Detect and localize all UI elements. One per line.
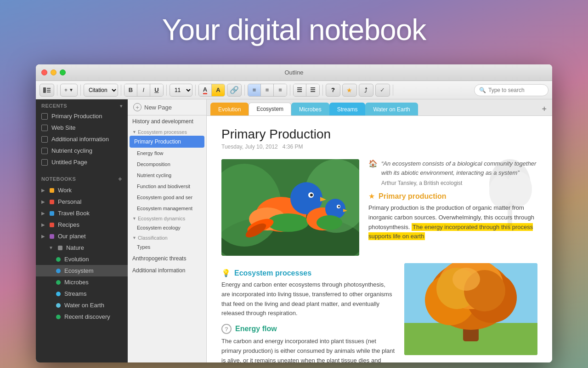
outline-item-primary-production[interactable]: Primary Production (130, 136, 204, 148)
notebook-label: Microbes (64, 279, 89, 286)
notebook-label: Work (58, 187, 72, 194)
tree-photo (404, 263, 537, 355)
outline-item-additional-info[interactable]: Additional information (128, 264, 206, 276)
tab-evolution[interactable]: Evolution (210, 103, 249, 115)
titlebar: Outline (36, 64, 552, 81)
outline-item-ecosystem-goods[interactable]: Ecosystem good and ser (128, 192, 206, 203)
notebook-color-dot (56, 269, 61, 273)
outline-item-function-biodiversity[interactable]: Function and biodiversit (128, 181, 206, 192)
align-left-button[interactable]: ≡ (248, 84, 261, 96)
sidebar-item-web-site[interactable]: Web Site (36, 122, 128, 133)
underline-button[interactable]: U (150, 84, 163, 96)
outline-item-ecosystem-management[interactable]: Ecosystem management (128, 203, 206, 214)
sidebar-item-evolution[interactable]: Evolution (36, 253, 128, 265)
bird-image (221, 159, 359, 256)
notebooks-header: NOTEBOOKS + (36, 172, 128, 184)
page-title-area: Primary Production Tuesday, July 10, 201… (221, 127, 537, 150)
notebook-our-planet[interactable]: ▶ Our planet (36, 230, 128, 242)
notebook-nature[interactable]: ▼ Nature (36, 242, 128, 253)
search-box[interactable]: 🔍 (474, 84, 548, 96)
add-tab-button[interactable]: + (536, 103, 552, 115)
align-right-button[interactable]: ≡ (274, 84, 287, 96)
check-button[interactable]: ✓ (375, 84, 390, 97)
add-button[interactable]: + ▼ (60, 84, 78, 97)
svg-point-19 (317, 215, 342, 230)
outline-group-classification[interactable]: ▼ Classification (128, 233, 206, 242)
sidebar-item-additional-info[interactable]: Additional information (36, 133, 128, 145)
share-button[interactable]: ⤴ (359, 84, 373, 97)
bullet-list-button[interactable]: ☰ (294, 84, 306, 96)
page-icon (41, 113, 48, 120)
font-size-select[interactable]: 11 (170, 84, 192, 97)
notebook-label: Water on Earth (64, 302, 104, 309)
outline-item-types[interactable]: Types (128, 242, 206, 253)
notebook-label: Recipes (58, 221, 79, 228)
minimize-button[interactable] (51, 69, 57, 75)
maximize-button[interactable] (60, 69, 66, 75)
font-select[interactable]: Citation (84, 84, 118, 97)
bold-button[interactable]: B (124, 84, 137, 96)
new-page-button[interactable]: + New Page (128, 99, 206, 115)
new-page-label: New Page (144, 104, 172, 111)
main-area: RECENTS ▾ Primary Production Web Site Ad… (36, 99, 552, 362)
page-date: Tuesday, July 10, 2012 4:36 PM (221, 144, 537, 150)
highlight-color-button[interactable]: A (212, 84, 225, 96)
sidebar-item-streams[interactable]: Streams (36, 288, 128, 299)
outline-item-history[interactable]: History and development (128, 115, 206, 127)
sidebar-item-ecosystem[interactable]: Ecosystem (36, 265, 128, 276)
notebook-recipes[interactable]: ▶ Recipes (36, 219, 128, 230)
add-notebook-button[interactable]: + (118, 175, 122, 183)
sidebar-toggle-button[interactable] (40, 84, 54, 97)
outline-panel: + New Page History and development ▼ Eco… (128, 99, 207, 362)
expand-icon: ▶ (41, 234, 45, 239)
bird-image-container (221, 159, 359, 256)
close-button[interactable] (41, 69, 47, 75)
quote-area: 🏠 “An ecosystem consists of a biological… (368, 159, 537, 256)
recents-chevron-icon[interactable]: ▾ (120, 104, 123, 109)
add-dropdown-arrow: ▼ (69, 87, 74, 92)
expand-icon: ▶ (41, 222, 45, 227)
search-input[interactable] (488, 87, 543, 93)
outline-group-ecosystem-dynamics[interactable]: ▼ Ecosystem dynamics (128, 214, 206, 222)
outline-item-nutrient-cycling[interactable]: Nutrient cycling (128, 170, 206, 181)
notebook-label: Ecosystem (64, 267, 94, 274)
sidebar-item-recent-discovery[interactable]: Recent discovery (36, 311, 128, 322)
notebook-travel[interactable]: ▶ Travel Book (36, 207, 128, 219)
sections-column: 💡 Ecosystem processes Energy and carbon … (221, 263, 395, 362)
toolbar: + ▼ Citation B I U 11 A A 🔗 ≡ (36, 81, 552, 99)
sidebar-item-nutrient-cycling[interactable]: Nutrient cycling (36, 145, 128, 156)
align-center-button[interactable]: ≡ (261, 84, 274, 96)
notebook-personal[interactable]: ▶ Personal (36, 196, 128, 207)
chevron-down-icon: ▼ (132, 216, 136, 221)
help-button[interactable]: ? (326, 84, 340, 97)
svg-point-36 (452, 268, 480, 291)
section1-title: Primary production (379, 192, 447, 201)
tab-streams[interactable]: Streams (329, 103, 366, 115)
sidebar-item-untitled[interactable]: Untitled Page (36, 156, 128, 168)
outline-item-decomposition[interactable]: Decomposition (128, 159, 206, 170)
notebook-color-dot (50, 234, 54, 239)
notebook-color-dot (50, 211, 54, 216)
notebook-label: Evolution (64, 256, 89, 263)
outline-item-anthropogenic[interactable]: Anthropogenic threats (128, 253, 206, 264)
sidebar-item-microbes[interactable]: Microbes (36, 276, 128, 288)
star-button[interactable]: ★ (342, 84, 357, 97)
outline-group-ecosystem-processes[interactable]: ▼ Ecosystem processes (128, 127, 206, 136)
numbered-list-button[interactable]: ☰ (306, 84, 319, 96)
outline-item-ecosystem-ecology[interactable]: Ecosystem ecology (128, 222, 206, 233)
tab-microbes[interactable]: Microbes (291, 103, 329, 115)
toolbar-sep-9 (393, 85, 393, 96)
tab-ecosystem[interactable]: Ecosystem (249, 103, 291, 115)
section2-body: Energy and carbon enter ecosystems throu… (221, 280, 395, 318)
text-color-button[interactable]: A (199, 84, 212, 96)
sidebar-item-water-on-earth[interactable]: Water on Earth (36, 299, 128, 311)
outline-item-energy-flow[interactable]: Energy flow (128, 148, 206, 159)
sidebar-item-primary-production[interactable]: Primary Production (36, 110, 128, 122)
expand-icon: ▶ (41, 199, 45, 204)
link-button[interactable]: 🔗 (227, 84, 242, 97)
notebook-work[interactable]: ▶ Work (36, 184, 128, 196)
section3-title: Energy flow (235, 325, 277, 333)
toolbar-sep-1 (57, 85, 57, 96)
italic-button[interactable]: I (137, 84, 150, 96)
tab-water-on-earth[interactable]: Water on Earth (365, 103, 418, 115)
